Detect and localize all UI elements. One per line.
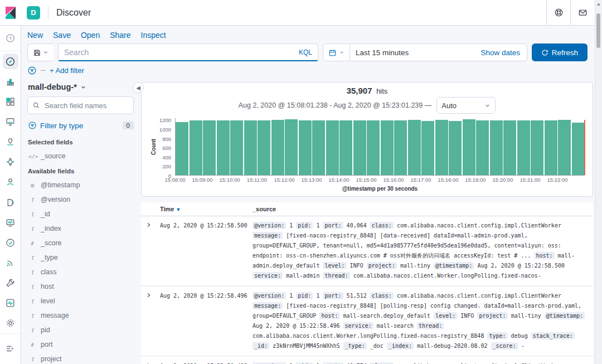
apm-icon[interactable] <box>0 192 21 212</box>
metrics-icon[interactable] <box>0 212 21 232</box>
field-_index[interactable]: t_index <box>27 221 134 236</box>
field-_score[interactable]: #_score <box>27 236 134 250</box>
uptime-icon[interactable] <box>0 232 21 253</box>
management-icon[interactable] <box>0 313 21 333</box>
menu-item-open[interactable]: Open <box>81 31 100 40</box>
field-port[interactable]: #port <box>27 337 134 352</box>
histogram-bar[interactable] <box>190 120 202 175</box>
histogram-bar[interactable] <box>476 120 489 175</box>
histogram-bar[interactable] <box>367 120 380 175</box>
field-@timestamp[interactable]: ⊞@timestamp <box>27 178 134 192</box>
kibana-discover-app: { "header": { "title": "Discover", "app_… <box>0 0 602 364</box>
field-@version[interactable]: t@version <box>27 192 134 207</box>
filter-bar: + Add filter <box>21 66 602 80</box>
histogram-bar[interactable] <box>299 120 312 175</box>
menu-item-inspect[interactable]: Inspect <box>141 31 166 40</box>
table-row: Aug 2, 2020 @ 15:22:58.500@version: 1 pi… <box>141 216 593 287</box>
histogram-bar[interactable] <box>353 120 366 175</box>
field-name: pid <box>41 326 50 334</box>
filter-by-type-button[interactable]: Filter by type <box>40 122 119 130</box>
histogram-bar[interactable] <box>394 120 407 175</box>
stack-monitoring-icon[interactable] <box>0 293 21 313</box>
histogram-bar[interactable] <box>435 120 448 175</box>
saved-query-menu-button[interactable] <box>27 43 54 61</box>
machine-learning-icon[interactable] <box>0 152 21 172</box>
expand-row-icon[interactable] <box>145 221 156 281</box>
field-host[interactable]: thost <box>27 279 134 294</box>
time-column-header[interactable]: Time▼ <box>160 206 248 212</box>
field-_type[interactable]: t_type <box>27 250 134 265</box>
histogram-bar[interactable] <box>531 120 543 175</box>
histogram-bar[interactable] <box>271 120 284 175</box>
app-nav-rail <box>0 26 21 364</box>
menu-item-share[interactable]: Share <box>110 31 130 40</box>
mail-icon[interactable] <box>570 0 594 25</box>
histogram-bar[interactable] <box>203 120 216 175</box>
histogram-bar[interactable] <box>381 120 394 175</box>
maps-icon[interactable] <box>0 132 21 152</box>
show-dates-button[interactable]: Show dates <box>480 48 527 57</box>
histogram-bar[interactable] <box>490 120 503 175</box>
add-filter-button[interactable]: + Add filter <box>50 66 84 75</box>
histogram-bar[interactable] <box>285 119 298 175</box>
logs-icon[interactable] <box>0 253 21 273</box>
selected-fields-heading: Selected fields <box>27 137 134 149</box>
histogram-bar[interactable] <box>244 120 257 175</box>
collapse-sidebar-icon[interactable]: ◀ <box>133 82 144 93</box>
histogram-bar[interactable] <box>258 120 270 175</box>
expand-row-icon[interactable] <box>145 361 156 364</box>
histogram-bar[interactable] <box>517 120 530 175</box>
histogram-bar[interactable] <box>503 120 516 175</box>
field-level[interactable]: tlevel <box>27 294 134 308</box>
refresh-button[interactable]: Refresh <box>532 43 588 61</box>
graph-icon[interactable] <box>0 172 21 192</box>
histogram-bar[interactable] <box>326 120 339 175</box>
index-pattern-switcher[interactable]: mall-debug-* <box>27 81 134 96</box>
visualize-icon[interactable] <box>0 71 21 91</box>
date-quick-menu-button[interactable] <box>323 44 350 61</box>
field-_source[interactable]: </>_source <box>27 149 134 163</box>
field-pid[interactable]: tpid <box>27 323 134 337</box>
histogram-bar[interactable] <box>217 120 230 175</box>
field-search-input[interactable] <box>43 101 129 110</box>
dev-tools-icon[interactable] <box>0 273 21 293</box>
scrollbar-up-arrow[interactable] <box>597 3 600 6</box>
histogram-bar[interactable] <box>449 121 462 175</box>
histogram-bar[interactable] <box>463 119 475 175</box>
source-field-badge: pid: <box>296 222 313 229</box>
histogram-bar[interactable] <box>421 121 434 175</box>
filter-icon[interactable] <box>27 66 37 75</box>
histogram-chart[interactable]: Count 020040060080010001200 <box>149 118 585 176</box>
field-type-number-icon: # <box>28 342 36 348</box>
kql-language-button[interactable]: KQL <box>293 48 318 56</box>
search-input[interactable] <box>59 48 293 57</box>
time-range-value[interactable]: Last 15 minutes <box>350 48 480 57</box>
menu-item-new[interactable]: New <box>27 31 43 40</box>
kibana-logo[interactable] <box>0 6 21 20</box>
histogram-bar[interactable] <box>312 120 325 175</box>
vertical-scrollbar[interactable] <box>595 0 602 364</box>
scrollbar-thumb[interactable] <box>596 13 600 48</box>
histogram-bar[interactable] <box>572 123 585 175</box>
interval-select[interactable]: Auto <box>436 97 496 114</box>
discover-icon[interactable] <box>0 51 21 71</box>
histogram-bar[interactable] <box>408 120 421 175</box>
histogram-bar[interactable] <box>339 120 352 175</box>
dashboard-icon[interactable] <box>0 91 21 111</box>
field-class[interactable]: tclass <box>27 265 134 279</box>
source-field-value: mall-tiny <box>511 313 541 319</box>
field-_id[interactable]: t_id <box>27 207 134 221</box>
collapse-nav-icon[interactable] <box>0 338 21 359</box>
expand-row-icon[interactable] <box>145 291 156 351</box>
menu-item-save[interactable]: Save <box>53 31 71 40</box>
search-box: KQL <box>58 43 318 61</box>
histogram-bar[interactable] <box>230 120 243 175</box>
canvas-icon[interactable] <box>0 111 21 132</box>
field-project[interactable]: tproject <box>27 352 134 364</box>
histogram-bar[interactable] <box>176 122 188 175</box>
help-icon[interactable] <box>546 0 570 25</box>
recently-viewed-icon[interactable] <box>0 28 21 48</box>
histogram-bar[interactable] <box>545 120 557 175</box>
field-message[interactable]: tmessage <box>27 308 134 323</box>
histogram-bar[interactable] <box>558 120 571 175</box>
